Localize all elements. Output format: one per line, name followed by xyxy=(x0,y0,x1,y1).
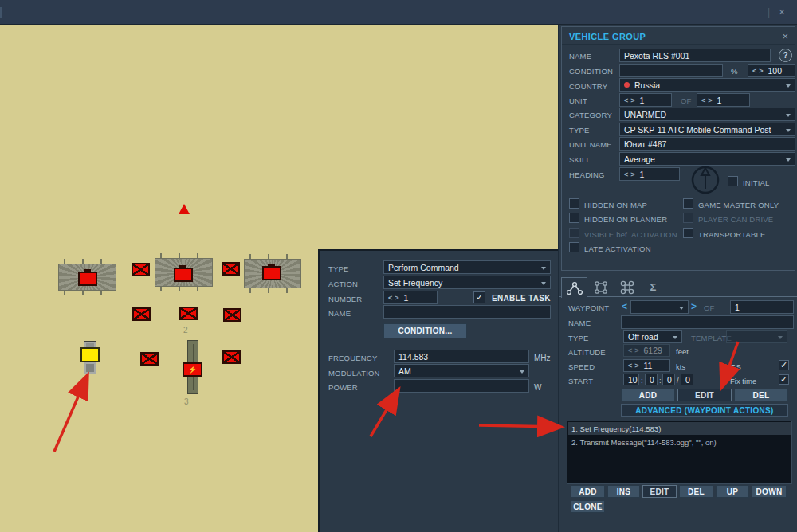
action-type-dropdown[interactable]: Perform Command xyxy=(383,260,551,274)
ground-unit-icon[interactable] xyxy=(222,350,241,364)
condition-input[interactable] xyxy=(619,64,723,77)
waypoint-name-input[interactable] xyxy=(621,315,794,329)
action-clone-button[interactable]: CLONE xyxy=(571,500,605,513)
group-name-input[interactable]: Pexota RLS #001 xyxy=(619,49,771,62)
game-master-only-checkbox[interactable] xyxy=(683,198,693,209)
transportable-checkbox[interactable] xyxy=(683,228,693,238)
stepper-left-icon[interactable]: < xyxy=(624,96,628,104)
unit-stepper[interactable]: < > 1 xyxy=(619,93,672,107)
ground-unit-icon[interactable] xyxy=(262,266,281,280)
vehicle-bed xyxy=(86,364,94,372)
ground-unit-icon[interactable] xyxy=(222,262,240,276)
waypoint-del-button[interactable]: DEL xyxy=(734,389,788,401)
help-icon[interactable]: ? xyxy=(779,49,792,62)
stepper-left-icon[interactable]: < xyxy=(388,294,392,302)
number-stepper[interactable]: < > 1 xyxy=(383,291,438,304)
action-name-input[interactable] xyxy=(383,305,551,319)
waypoint-add-button[interactable]: ADD xyxy=(621,389,675,401)
action-del-button[interactable]: DEL xyxy=(679,485,713,498)
ground-unit-icon[interactable] xyxy=(223,308,241,322)
fix-time-checkbox[interactable]: ✓ xyxy=(779,374,789,385)
start-minutes-input[interactable]: 0 xyxy=(645,374,658,385)
waypoint-count-input[interactable]: 1 xyxy=(730,300,794,314)
skill-label: SKILL xyxy=(569,155,591,164)
tab-summary[interactable]: Σ xyxy=(640,277,666,297)
country-dropdown[interactable]: Russia xyxy=(619,78,795,92)
enable-task-checkbox[interactable]: ✓ xyxy=(473,291,485,303)
right-panel: VEHICLE GROUP × NAME Pexota RLS #001 ? C… xyxy=(558,25,797,532)
stepper-left-icon[interactable]: < xyxy=(628,362,632,370)
stepper-left-icon[interactable]: < xyxy=(624,170,628,178)
stepper-right-icon[interactable]: > xyxy=(395,294,398,302)
waypoint-select-dropdown[interactable] xyxy=(630,300,689,314)
next-waypoint-icon[interactable]: > xyxy=(691,301,697,312)
hidden-on-planner-checkbox[interactable] xyxy=(569,213,579,223)
action-type-value: Perform Command xyxy=(388,263,459,272)
command-post-unit-icon[interactable]: ⚡ xyxy=(183,362,202,377)
gs-checkbox[interactable]: ✓ xyxy=(779,360,789,370)
hidden-on-map-checkbox[interactable] xyxy=(569,198,579,209)
time-separator: : xyxy=(641,376,643,385)
stepper-right-icon[interactable]: > xyxy=(708,96,712,104)
start-minutes-value: 0 xyxy=(650,375,654,385)
ground-unit-icon[interactable] xyxy=(78,272,97,286)
time-slash: / xyxy=(677,376,679,385)
frequency-input[interactable]: 114.583 xyxy=(394,350,529,363)
tab-zones[interactable] xyxy=(587,277,614,297)
speed-stepper[interactable]: < > 11 xyxy=(623,359,670,372)
condition-button[interactable]: CONDITION... xyxy=(383,323,467,338)
window-close-icon[interactable]: × xyxy=(779,6,785,18)
unit-of-stepper[interactable]: < > 1 xyxy=(697,93,750,107)
stepper-right-icon[interactable]: > xyxy=(759,67,763,75)
action-add-button[interactable]: ADD xyxy=(571,485,605,498)
ground-unit-icon[interactable] xyxy=(132,307,151,321)
stepper-left-icon[interactable]: < xyxy=(701,96,705,104)
waypoint-type-dropdown[interactable]: Off road xyxy=(623,330,682,343)
action-ins-button[interactable]: INS xyxy=(607,485,640,498)
ground-unit-icon[interactable] xyxy=(140,352,159,366)
waypoint-edit-button[interactable]: EDIT xyxy=(677,389,732,401)
start-seconds-input[interactable]: 0 xyxy=(662,374,675,385)
action-dropdown[interactable]: Set Frequency xyxy=(383,276,551,289)
initial-checkbox[interactable] xyxy=(728,176,738,186)
speed-value: 11 xyxy=(644,361,653,370)
map-antenna-marker[interactable] xyxy=(179,204,190,214)
stepper-left-icon[interactable]: < xyxy=(752,67,756,75)
stepper-right-icon[interactable]: > xyxy=(630,96,634,104)
stepper-right-icon[interactable]: > xyxy=(630,170,634,178)
ground-unit-icon[interactable] xyxy=(132,263,150,276)
modulation-dropdown[interactable]: AM xyxy=(394,364,529,377)
start-ms-input[interactable]: 0 xyxy=(681,374,693,385)
check-icon: ✓ xyxy=(476,293,483,302)
action-list-item[interactable]: 1. Set Frequency(114.583) xyxy=(568,422,791,435)
selection-highlight xyxy=(80,347,100,362)
probability-stepper[interactable]: < > 100 xyxy=(748,64,795,77)
advanced-waypoint-actions-button[interactable]: ADVANCED (WAYPOINT ACTIONS) xyxy=(621,404,788,417)
stepper-right-icon[interactable]: > xyxy=(634,362,638,370)
tab-waypoints[interactable] xyxy=(561,277,587,298)
tab-triggered-actions[interactable] xyxy=(614,277,640,297)
power-input[interactable] xyxy=(394,379,529,393)
stepper-left-icon: < xyxy=(628,346,632,354)
action-list-item[interactable]: 2. Transmit Message("114-583.ogg", "", o… xyxy=(568,436,791,448)
ground-unit-icon[interactable] xyxy=(174,268,193,282)
waypoint-actions-list[interactable]: 1. Set Frequency(114.583) 2. Transmit Me… xyxy=(567,421,792,484)
ground-unit-icon[interactable] xyxy=(179,307,198,320)
category-dropdown[interactable]: UNARMED xyxy=(619,108,795,121)
late-activation-checkbox[interactable] xyxy=(569,242,579,252)
close-icon[interactable]: × xyxy=(782,30,788,42)
number-label: NUMBER xyxy=(328,295,362,303)
vehicle-type-dropdown[interactable]: CP SKP-11 ATC Mobile Command Post xyxy=(619,123,795,136)
vehicle-group-header: VEHICLE GROUP × xyxy=(562,27,795,45)
action-up-button[interactable]: UP xyxy=(716,485,749,498)
zone-icon xyxy=(592,280,610,295)
unit-name-input[interactable]: Юнит #467 xyxy=(619,137,795,151)
category-label: CATEGORY xyxy=(569,111,612,119)
action-edit-button[interactable]: EDIT xyxy=(642,485,677,498)
action-down-button[interactable]: DOWN xyxy=(752,485,787,498)
heading-compass[interactable] xyxy=(689,164,721,196)
start-hours-input[interactable]: 10 xyxy=(623,374,639,385)
visible-before-activation-checkbox xyxy=(569,228,579,238)
heading-stepper[interactable]: < > 1 xyxy=(619,167,680,181)
prev-waypoint-icon[interactable]: < xyxy=(622,301,627,312)
